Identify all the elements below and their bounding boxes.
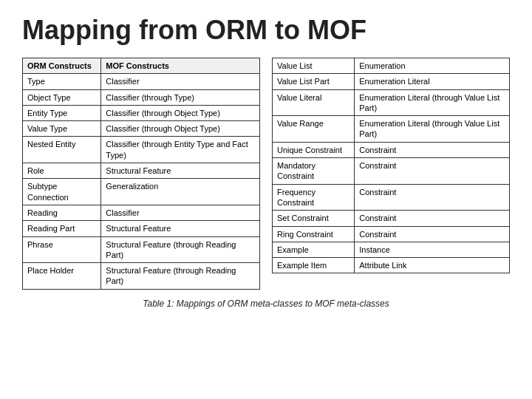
table2-cell: Value Range xyxy=(273,116,355,143)
table2-wrap: Value ListEnumerationValue List PartEnum… xyxy=(272,58,510,273)
table2: Value ListEnumerationValue List PartEnum… xyxy=(272,58,510,273)
table2-cell: Value Literal xyxy=(273,89,355,116)
table2-cell: Instance xyxy=(355,242,510,257)
table-caption: Table 1: Mappings of ORM meta-classes to… xyxy=(22,299,510,309)
table1-cell: Classifier (through Object Type) xyxy=(101,121,260,137)
table1-wrap: ORM ConstructsMOF ConstructsTypeClassifi… xyxy=(22,58,260,290)
table1-cell: Classifier (through Entity Type and Fact… xyxy=(101,137,260,163)
table1-cell: Entity Type xyxy=(23,105,101,120)
table1-cell: Object Type xyxy=(23,89,101,105)
table2-cell: Ring Constraint xyxy=(273,226,355,242)
table2-cell: Constraint xyxy=(355,226,510,242)
table1-cell: Subtype Connection xyxy=(23,179,101,205)
table2-cell: Example Item xyxy=(273,258,355,273)
table1-cell: Phrase xyxy=(23,236,101,263)
table2-cell: Constraint xyxy=(355,184,510,211)
table1-cell: Structural Feature (through Reading Part… xyxy=(101,236,260,263)
table2-cell: Unique Constraint xyxy=(273,142,355,157)
table1-cell: Classifier xyxy=(101,205,260,220)
table2-cell: Enumeration Literal (through Value List … xyxy=(355,89,510,116)
table2-cell: Enumeration xyxy=(355,58,510,74)
table1-cell: Classifier (through Object Type) xyxy=(101,105,260,120)
table1-cell: Nested Entity xyxy=(23,137,101,163)
table2-cell: Value List xyxy=(273,58,355,74)
table2-cell: Constraint xyxy=(355,211,510,226)
table1-cell: Structural Feature (through Reading Part… xyxy=(101,263,260,290)
table1-cell: ORM Constructs xyxy=(23,58,101,74)
table1-cell: Classifier (through Type) xyxy=(101,89,260,105)
table2-cell: Attribute Link xyxy=(355,258,510,273)
tables-container: ORM ConstructsMOF ConstructsTypeClassifi… xyxy=(22,58,510,290)
table1-cell: Reading xyxy=(23,205,101,220)
table2-cell: Constraint xyxy=(355,142,510,157)
table1-cell: Type xyxy=(23,74,101,89)
table1: ORM ConstructsMOF ConstructsTypeClassifi… xyxy=(22,58,260,290)
table2-cell: Enumeration Literal xyxy=(355,74,510,89)
table2-cell: Constraint xyxy=(355,158,510,185)
table2-cell: Example xyxy=(273,242,355,257)
table1-cell: Structural Feature xyxy=(101,163,260,179)
table2-cell: Set Constraint xyxy=(273,211,355,226)
table1-cell: Generalization xyxy=(101,179,260,205)
table1-cell: MOF Constructs xyxy=(101,58,260,74)
table2-cell: Mandatory Constraint xyxy=(273,158,355,185)
table1-cell: Reading Part xyxy=(23,221,101,236)
table1-cell: Value Type xyxy=(23,121,101,137)
table1-cell: Classifier xyxy=(101,74,260,89)
table2-cell: Enumeration Literal (through Value List … xyxy=(355,116,510,143)
table2-cell: Value List Part xyxy=(273,74,355,89)
table1-cell: Role xyxy=(23,163,101,179)
page-title: Mapping from ORM to MOF xyxy=(22,15,510,46)
table1-cell: Place Holder xyxy=(23,263,101,290)
table2-cell: Frequency Constraint xyxy=(273,184,355,211)
table1-cell: Structural Feature xyxy=(101,221,260,236)
